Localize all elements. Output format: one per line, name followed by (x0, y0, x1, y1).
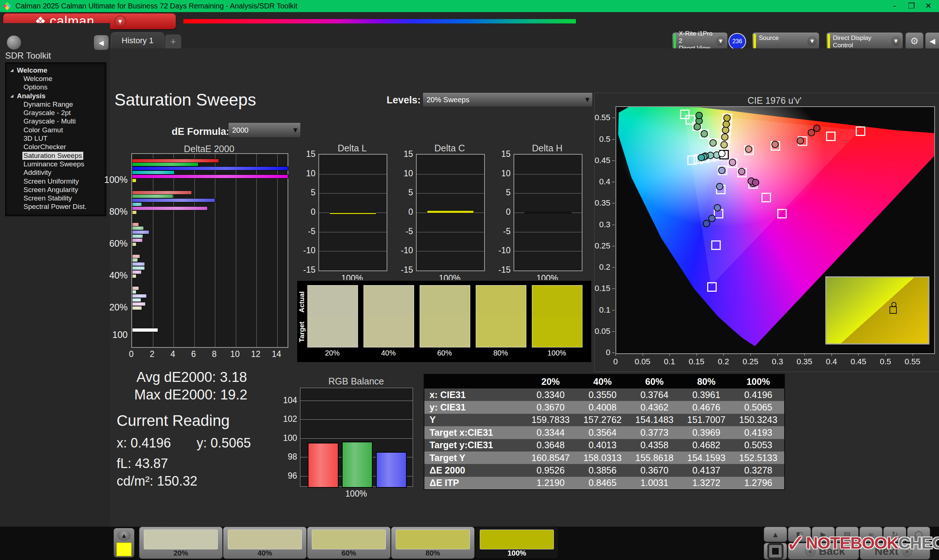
y-tick-label: -10 (395, 246, 413, 255)
tree-item-label: ColorChecker (23, 143, 66, 151)
tree-item-colorchecker[interactable]: ColorChecker (6, 143, 106, 151)
restore-button[interactable]: ❐ (903, 0, 920, 12)
table-value: 0.4196 (732, 388, 784, 401)
gridline (417, 193, 484, 194)
tree-item-welcome[interactable]: Welcome (6, 74, 106, 83)
meter-icon-button[interactable]: ∞ (859, 527, 882, 542)
tree-item-additivity[interactable]: Additivity (6, 169, 106, 177)
level-swatch (480, 529, 554, 549)
table-value: 0.3856 (577, 464, 629, 477)
gridline (215, 154, 215, 347)
de-formula-value: 2000 (232, 126, 249, 134)
tree-item-label: Saturation Sweeps (22, 152, 83, 160)
de-bar-magenta (132, 174, 288, 178)
tree-item-3d-lut[interactable]: 3D LUT (6, 134, 106, 143)
y-tick (612, 310, 615, 311)
tree-item-screen-angularity[interactable]: Screen Angularity (6, 185, 106, 194)
de-bar-cyan (132, 266, 145, 270)
table-value: 0.3550 (577, 388, 629, 401)
measured-point (729, 159, 736, 166)
close-button[interactable]: ✕ (920, 0, 937, 12)
gridline (319, 251, 387, 251)
table-row-y-cie31: y: CIE310.36700.40080.43620.46760.5065 (424, 401, 784, 414)
refresh-icon: ↻ (892, 530, 898, 539)
sidebar-orb-button[interactable] (6, 35, 21, 50)
tree-item-dynamic-range[interactable]: Dynamic Range (6, 100, 106, 108)
x-tick (831, 353, 832, 356)
next-button[interactable]: Next » (860, 543, 930, 560)
de-bar-red (132, 223, 139, 226)
meter-dropdown[interactable]: X-Rite i1Pro 2Direct View ▼ (672, 32, 728, 50)
stop-button[interactable] (764, 543, 787, 560)
back-button[interactable]: « Back (788, 543, 859, 560)
tree-item-screen-uniformity[interactable]: Screen Uniformity (6, 177, 106, 185)
x-tick-label: 0.45 (847, 357, 869, 366)
screen-icon-button[interactable]: ◧ (788, 527, 811, 542)
target-color (420, 316, 470, 347)
tree-item-grayscale-2pt[interactable]: Grayscale - 2pt (6, 108, 106, 117)
measured-point (703, 220, 710, 227)
tree-group-welcome[interactable]: ◢Welcome (6, 66, 106, 74)
arrow-up-icon: ▲ (117, 530, 131, 541)
measured-point (708, 215, 715, 222)
actual-target-compare-panel: ActualTarget20%40%60%80%100% (296, 280, 592, 363)
y-tick-label: -10 (297, 246, 315, 255)
tree-item-label: Additivity (23, 169, 51, 177)
chart-icon-button[interactable]: ▤ (836, 527, 859, 542)
tree-group-analysis[interactable]: ◢Analysis (6, 92, 106, 100)
rgb-bar-red (308, 443, 339, 488)
pattern-eject-button[interactable]: ▲ (114, 528, 134, 557)
level-button-100%[interactable]: 100% (475, 527, 559, 559)
level-button-20%[interactable]: 20% (139, 527, 223, 559)
refresh-icon-button[interactable]: ↻ (883, 527, 907, 542)
tree-item-options[interactable]: Options (6, 83, 106, 92)
chevron-down-icon: ▼ (585, 96, 589, 103)
deltae-chart-title: DeltaE 2000 (131, 144, 287, 154)
gridline (153, 154, 153, 347)
source-label: Source (759, 34, 779, 42)
settings-gear-button[interactable]: ⚙ (905, 32, 924, 50)
levels-dropdown[interactable]: 20% Sweeps ▼ (422, 92, 593, 107)
tree-group-label: Welcome (17, 66, 47, 74)
de-bar-blue (132, 294, 147, 298)
cie-chart-title: CIE 1976 u'v' (615, 95, 933, 106)
de-bar-green (132, 162, 199, 166)
de-bar-red (132, 328, 158, 332)
column-header-100%: 100% (732, 375, 784, 388)
play-icon-button[interactable]: ▶ (812, 527, 835, 542)
add-tab-button[interactable]: + (165, 34, 181, 48)
record-icon-button[interactable]: ◯ (907, 527, 930, 542)
table-row-target-y-cie31: Target y:CIE310.36480.40130.43580.46820.… (424, 439, 784, 452)
source-dropdown[interactable]: Source ▼ (752, 32, 819, 50)
de-bar-green (132, 290, 136, 294)
de-bar-yellow (132, 210, 137, 214)
tree-item-luminance-sweeps[interactable]: Luminance Sweeps (6, 160, 106, 168)
delta-bar (427, 210, 474, 213)
chevron-down-icon: ▼ (716, 36, 725, 46)
de-formula-label: dE Formula: (172, 126, 230, 137)
sidebar-collapse-button[interactable]: ◀ (94, 35, 109, 50)
chevron-down-icon[interactable]: ▼ (114, 15, 126, 27)
y-tick-label: 0.35 (588, 198, 611, 208)
tab-history-1[interactable]: History 1 (111, 32, 164, 49)
level-button-60%[interactable]: 60% (307, 527, 391, 559)
level-button-80%[interactable]: 80% (391, 527, 475, 559)
tree-item-grayscale-multi[interactable]: Grayscale - Multi (6, 117, 106, 126)
tree-item-spectral-power-dist-[interactable]: Spectral Power Dist. (6, 203, 106, 211)
expander-icon[interactable]: ◢ (10, 94, 15, 98)
meter-reading-badge[interactable]: 236 (728, 33, 746, 50)
minimize-button[interactable]: – (886, 0, 903, 12)
display-control-dropdown[interactable]: Direct Display Control ▼ (826, 32, 903, 50)
tree-item-color-gamut[interactable]: Color Gamut (6, 126, 106, 134)
expander-icon[interactable]: ◢ (10, 68, 15, 72)
panel-up-button[interactable]: ▲ (764, 527, 787, 542)
level-button-40%[interactable]: 40% (223, 527, 307, 559)
collapse-panel-button[interactable]: ◀ (925, 32, 939, 50)
de-formula-dropdown[interactable]: 2000 ▼ (228, 122, 301, 138)
table-value: 0.4137 (680, 464, 732, 477)
tree-item-screen-stability[interactable]: Screen Stability (6, 194, 106, 202)
actual-row-label: Actual (298, 287, 305, 317)
tree-item-saturation-sweeps[interactable]: Saturation Sweeps (6, 151, 106, 160)
chevron-down-icon: ▼ (293, 127, 298, 134)
level-swatch (144, 529, 218, 549)
